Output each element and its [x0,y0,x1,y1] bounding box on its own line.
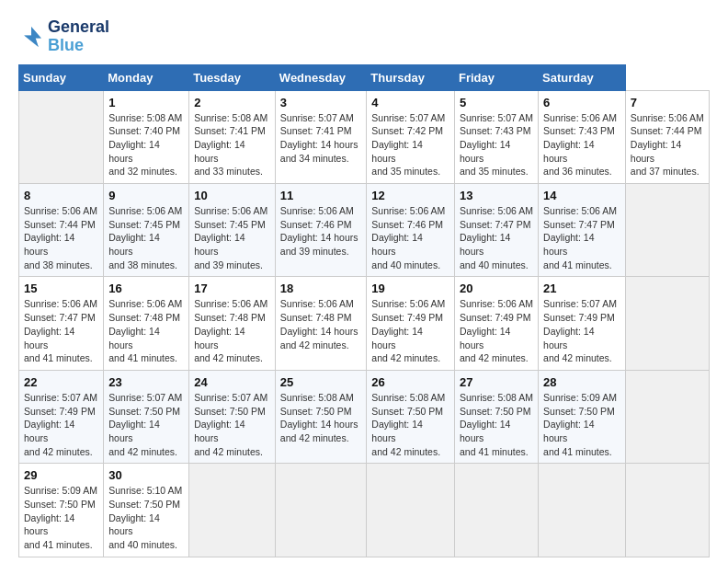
calendar-week-5: 29Sunrise: 5:09 AMSunset: 7:50 PMDayligh… [19,464,710,557]
table-row: 29Sunrise: 5:09 AMSunset: 7:50 PMDayligh… [19,464,104,557]
day-info: Sunrise: 5:06 AMSunset: 7:46 PMDaylight:… [371,204,449,271]
day-number: 9 [108,189,184,202]
col-header-monday: Monday [104,64,189,90]
day-info: Sunrise: 5:06 AMSunset: 7:46 PMDaylight:… [280,204,362,259]
table-row: 12Sunrise: 5:06 AMSunset: 7:46 PMDayligh… [367,184,455,277]
day-info: Sunrise: 5:10 AMSunset: 7:50 PMDaylight:… [108,484,184,551]
day-info: Sunrise: 5:07 AMSunset: 7:50 PMDaylight:… [108,391,184,458]
day-info: Sunrise: 5:06 AMSunset: 7:43 PMDaylight:… [543,111,620,178]
day-info: Sunrise: 5:08 AMSunset: 7:41 PMDaylight:… [194,111,270,178]
day-info: Sunrise: 5:06 AMSunset: 7:49 PMDaylight:… [371,297,449,364]
table-row: 20Sunrise: 5:06 AMSunset: 7:49 PMDayligh… [454,277,538,370]
table-row: 21Sunrise: 5:07 AMSunset: 7:49 PMDayligh… [539,277,626,370]
table-row [625,370,709,463]
table-row: 7Sunrise: 5:06 AMSunset: 7:44 PMDaylight… [625,90,709,183]
day-info: Sunrise: 5:09 AMSunset: 7:50 PMDaylight:… [24,484,98,551]
day-info: Sunrise: 5:08 AMSunset: 7:50 PMDaylight:… [371,391,449,458]
table-row: 5Sunrise: 5:07 AMSunset: 7:43 PMDaylight… [454,90,538,183]
table-row: 2Sunrise: 5:08 AMSunset: 7:41 PMDaylight… [189,90,276,183]
day-number: 8 [24,189,98,202]
calendar-header: SundayMondayTuesdayWednesdayThursdayFrid… [19,64,710,90]
day-number: 18 [280,282,362,295]
day-number: 14 [543,189,620,202]
table-row: 18Sunrise: 5:06 AMSunset: 7:48 PMDayligh… [275,277,367,370]
day-number: 1 [108,96,184,109]
day-info: Sunrise: 5:08 AMSunset: 7:50 PMDaylight:… [280,391,362,445]
page-header: GeneralBlue [18,18,710,55]
table-row: 9Sunrise: 5:06 AMSunset: 7:45 PMDaylight… [104,184,189,277]
day-number: 23 [108,375,184,389]
table-row: 10Sunrise: 5:06 AMSunset: 7:45 PMDayligh… [189,184,276,277]
table-row: 22Sunrise: 5:07 AMSunset: 7:49 PMDayligh… [19,370,104,463]
calendar-week-4: 22Sunrise: 5:07 AMSunset: 7:49 PMDayligh… [19,370,710,463]
table-row [454,464,538,557]
day-number: 29 [24,468,98,482]
table-row: 30Sunrise: 5:10 AMSunset: 7:50 PMDayligh… [104,464,189,557]
day-number: 28 [543,375,620,389]
day-number: 13 [460,189,533,202]
col-header-friday: Friday [454,64,538,90]
day-number: 6 [543,96,620,109]
table-row: 4Sunrise: 5:07 AMSunset: 7:42 PMDaylight… [367,90,455,183]
day-info: Sunrise: 5:06 AMSunset: 7:48 PMDaylight:… [108,297,184,364]
table-row: 3Sunrise: 5:07 AMSunset: 7:41 PMDaylight… [275,90,367,183]
day-number: 25 [280,375,362,389]
day-number: 24 [194,375,270,389]
day-number: 2 [194,96,270,109]
logo: GeneralBlue [18,18,109,55]
table-row: 25Sunrise: 5:08 AMSunset: 7:50 PMDayligh… [275,370,367,463]
table-row [275,464,367,557]
table-row [539,464,626,557]
day-info: Sunrise: 5:06 AMSunset: 7:48 PMDaylight:… [280,297,362,351]
day-info: Sunrise: 5:06 AMSunset: 7:44 PMDaylight:… [24,204,98,271]
table-row: 15Sunrise: 5:06 AMSunset: 7:47 PMDayligh… [19,277,104,370]
col-header-thursday: Thursday [367,64,455,90]
table-row: 26Sunrise: 5:08 AMSunset: 7:50 PMDayligh… [367,370,455,463]
day-info: Sunrise: 5:07 AMSunset: 7:42 PMDaylight:… [371,111,449,178]
day-info: Sunrise: 5:06 AMSunset: 7:49 PMDaylight:… [460,297,533,364]
table-row: 19Sunrise: 5:06 AMSunset: 7:49 PMDayligh… [367,277,455,370]
table-row: 8Sunrise: 5:06 AMSunset: 7:44 PMDaylight… [19,184,104,277]
day-info: Sunrise: 5:06 AMSunset: 7:48 PMDaylight:… [194,297,270,364]
table-row: 13Sunrise: 5:06 AMSunset: 7:47 PMDayligh… [454,184,538,277]
day-number: 20 [460,282,533,295]
logo-icon [18,24,44,50]
day-number: 16 [108,282,184,295]
day-number: 26 [371,375,449,389]
calendar-week-3: 15Sunrise: 5:06 AMSunset: 7:47 PMDayligh… [19,277,710,370]
day-info: Sunrise: 5:06 AMSunset: 7:47 PMDaylight:… [460,204,533,271]
day-info: Sunrise: 5:06 AMSunset: 7:44 PMDaylight:… [631,111,704,178]
day-number: 19 [371,282,449,295]
table-row: 23Sunrise: 5:07 AMSunset: 7:50 PMDayligh… [104,370,189,463]
table-row [367,464,455,557]
table-row: 17Sunrise: 5:06 AMSunset: 7:48 PMDayligh… [189,277,276,370]
day-number: 22 [24,375,98,389]
day-number: 5 [460,96,533,109]
day-number: 30 [108,468,184,482]
day-info: Sunrise: 5:09 AMSunset: 7:50 PMDaylight:… [543,391,620,458]
calendar-week-2: 8Sunrise: 5:06 AMSunset: 7:44 PMDaylight… [19,184,710,277]
table-row [625,184,709,277]
calendar-table: SundayMondayTuesdayWednesdayThursdayFrid… [18,64,710,557]
day-number: 7 [631,96,704,109]
calendar-week-1: 1Sunrise: 5:08 AMSunset: 7:40 PMDaylight… [19,90,710,183]
day-info: Sunrise: 5:06 AMSunset: 7:45 PMDaylight:… [194,204,270,271]
table-row [189,464,276,557]
day-number: 10 [194,189,270,202]
day-number: 3 [280,96,362,109]
day-info: Sunrise: 5:07 AMSunset: 7:49 PMDaylight:… [543,297,620,364]
table-row: 11Sunrise: 5:06 AMSunset: 7:46 PMDayligh… [275,184,367,277]
day-info: Sunrise: 5:06 AMSunset: 7:45 PMDaylight:… [108,204,184,271]
table-row [625,464,709,557]
day-info: Sunrise: 5:07 AMSunset: 7:50 PMDaylight:… [194,391,270,458]
table-row: 6Sunrise: 5:06 AMSunset: 7:43 PMDaylight… [539,90,626,183]
day-info: Sunrise: 5:06 AMSunset: 7:47 PMDaylight:… [24,297,98,364]
day-number: 15 [24,282,98,295]
day-number: 4 [371,96,449,109]
day-number: 27 [460,375,533,389]
col-header-sunday: Sunday [19,64,104,90]
day-number: 12 [371,189,449,202]
table-row: 28Sunrise: 5:09 AMSunset: 7:50 PMDayligh… [539,370,626,463]
table-row: 16Sunrise: 5:06 AMSunset: 7:48 PMDayligh… [104,277,189,370]
table-row: 24Sunrise: 5:07 AMSunset: 7:50 PMDayligh… [189,370,276,463]
